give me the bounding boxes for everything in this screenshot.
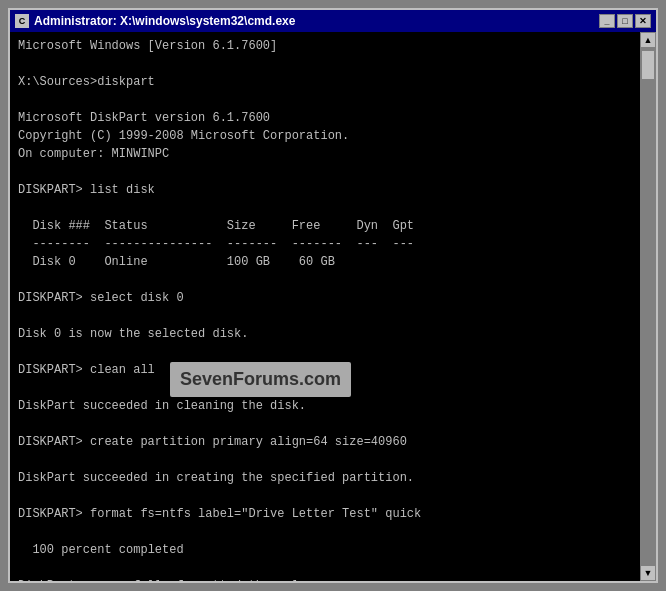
terminal-text: Microsoft Windows [Version 6.1.7600] X:\… bbox=[18, 37, 632, 581]
title-bar: C Administrator: X:\windows\system32\cmd… bbox=[10, 10, 656, 32]
terminal-output[interactable]: Microsoft Windows [Version 6.1.7600] X:\… bbox=[10, 32, 640, 581]
scrollbar-thumb[interactable] bbox=[641, 50, 655, 80]
cmd-window: C Administrator: X:\windows\system32\cmd… bbox=[8, 8, 658, 583]
title-bar-controls[interactable]: _ □ ✕ bbox=[599, 14, 651, 28]
window-title: Administrator: X:\windows\system32\cmd.e… bbox=[34, 14, 295, 28]
scroll-up-button[interactable]: ▲ bbox=[640, 32, 656, 48]
maximize-button[interactable]: □ bbox=[617, 14, 633, 28]
minimize-button[interactable]: _ bbox=[599, 14, 615, 28]
content-area: Microsoft Windows [Version 6.1.7600] X:\… bbox=[10, 32, 656, 581]
close-button[interactable]: ✕ bbox=[635, 14, 651, 28]
scrollbar[interactable]: ▲ ▼ bbox=[640, 32, 656, 581]
scrollbar-track[interactable] bbox=[640, 48, 656, 565]
scroll-down-button[interactable]: ▼ bbox=[640, 565, 656, 581]
title-bar-left: C Administrator: X:\windows\system32\cmd… bbox=[15, 14, 295, 28]
cmd-icon: C bbox=[15, 14, 29, 28]
